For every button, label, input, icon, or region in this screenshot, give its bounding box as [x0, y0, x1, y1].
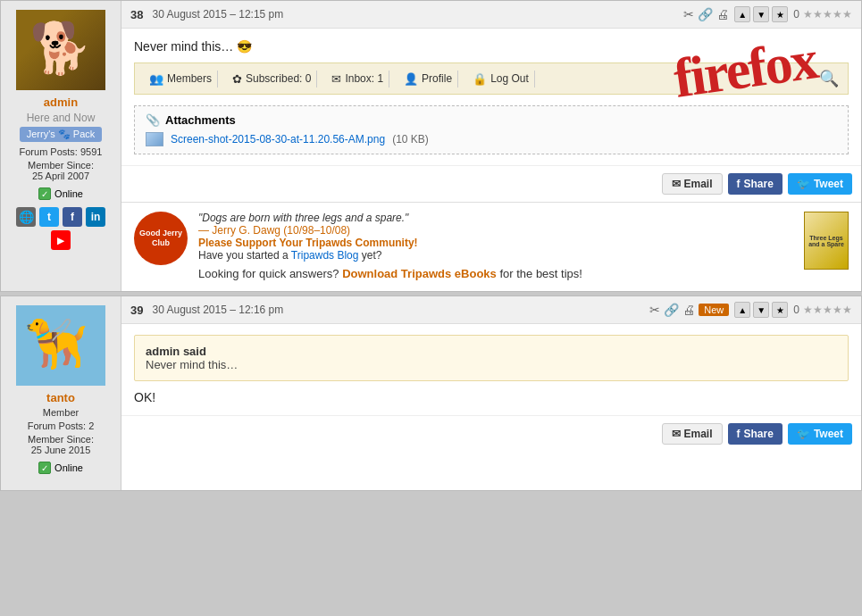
vote-down-icon-2[interactable]: ▼ — [753, 302, 769, 318]
user-subtitle: Here and Now — [27, 112, 96, 124]
user-badge: Jerry's 🐾 Pack — [20, 127, 103, 142]
post-number: 38 — [130, 8, 143, 21]
attachment-size: (10 KB) — [392, 133, 429, 146]
globe-icon[interactable]: 🌐 — [16, 207, 36, 227]
tools-icon-2[interactable]: ✂ — [649, 303, 660, 317]
post-1-header: 38 30 August 2015 – 12:15 pm ✂ 🔗 🖨 ▲ ▼ ★… — [121, 1, 861, 29]
community-quote: "Dogs are born with three legs and a spa… — [198, 212, 408, 224]
tweet-button[interactable]: 🐦 Tweet — [788, 173, 852, 195]
avatar — [16, 10, 105, 90]
post-1-body: Never mind this… 😎 👥 Members ✿ Subscribe… — [121, 29, 861, 165]
post-1-content: 38 30 August 2015 – 12:15 pm ✂ 🔗 🖨 ▲ ▼ ★… — [121, 1, 861, 291]
bottom-cta: Looking for quick answers? Download Trip… — [198, 262, 793, 282]
email-button[interactable]: ✉ Email — [662, 173, 723, 195]
attachments-title: 📎 Attachments — [146, 113, 837, 127]
facebook-btn-icon: f — [737, 178, 741, 190]
facebook-btn-icon-2: f — [737, 428, 741, 440]
post-number-2: 39 — [130, 304, 143, 317]
forum-posts-2: Forum Posts: 2 — [28, 420, 95, 431]
subscribed-nav[interactable]: ✿ Subscribed: 0 — [227, 71, 317, 87]
ebook-link[interactable]: Download Tripawds eBooks — [342, 267, 497, 280]
attachment-link[interactable]: Screen-shot-2015-08-30-at-11.20.56-AM.pn… — [171, 133, 385, 146]
share-bar-2: ✉ Email f Share 🐦 Tweet — [121, 415, 861, 452]
tools-icon[interactable]: ✂ — [683, 7, 694, 21]
members-nav[interactable]: 👥 Members — [144, 71, 218, 87]
post-actions: ✂ 🔗 🖨 — [683, 7, 729, 21]
community-banner: Good Jerry Club "Dogs are born with thre… — [121, 202, 861, 291]
quote-author: admin said — [146, 345, 837, 358]
post-2-content: 39 30 August 2015 – 12:16 pm ✂ 🔗 🖨 New ▲… — [121, 296, 861, 490]
online-check-icon: ✓ — [38, 187, 51, 200]
new-badge: New — [699, 304, 729, 316]
book-image: Three Legs and a Spare — [804, 212, 849, 270]
vote-up-icon-2[interactable]: ▲ — [734, 302, 750, 318]
quote-text: Never mind this… — [146, 358, 837, 371]
attachment-thumbnail — [146, 132, 163, 146]
facebook-share-button-2[interactable]: f Share — [728, 423, 782, 445]
lock-icon: 🔒 — [473, 72, 487, 86]
email-button-2[interactable]: ✉ Email — [662, 423, 723, 445]
post-2: tanto Member Forum Posts: 2 Member Since… — [0, 296, 862, 491]
quote-block: admin said Never mind this… — [134, 335, 849, 381]
star-rating: 0 ★★★★★ — [793, 8, 852, 21]
logout-nav[interactable]: 🔒 Log Out — [467, 71, 535, 87]
inbox-nav[interactable]: ✉ Inbox: 1 — [326, 71, 389, 87]
post-2-actions: ✂ 🔗 🖨 New — [649, 303, 729, 317]
community-author: — Jerry G. Dawg (10/98–10/08) — [198, 224, 350, 237]
reply-text: OK! — [134, 390, 849, 404]
twitter-icon[interactable]: t — [39, 207, 59, 227]
post-1-sidebar: admin Here and Now Jerry's 🐾 Pack Forum … — [1, 1, 121, 291]
post-body-text: Never mind this… 😎 — [134, 39, 849, 54]
vote-icons: ▲ ▼ ★ — [734, 6, 788, 22]
bookmark-icon-2[interactable]: ★ — [772, 302, 788, 318]
inbox-icon: ✉ — [331, 72, 341, 86]
link-icon[interactable]: 🔗 — [698, 7, 713, 21]
post-2-header: 39 30 August 2015 – 12:16 pm ✂ 🔗 🖨 New ▲… — [121, 296, 861, 324]
member-since-2: Member Since: 25 June 2015 — [28, 434, 94, 455]
subscribed-icon: ✿ — [232, 72, 242, 86]
blog-link[interactable]: Tripawds Blog — [291, 249, 359, 262]
member-since: Member Since: 25 April 2007 — [28, 160, 94, 181]
online-check-icon-2: ✓ — [38, 462, 51, 474]
post-1: admin Here and Now Jerry's 🐾 Pack Forum … — [0, 0, 862, 292]
email-icon-2: ✉ — [672, 428, 681, 440]
user-role-2: Member — [43, 407, 79, 418]
linkedin-icon[interactable]: in — [86, 207, 105, 227]
community-cta: Please Support Your Tripawds Community! — [198, 237, 418, 249]
social-links: 🌐 t f in ▶ — [10, 207, 112, 250]
community-text: "Dogs are born with three legs and a spa… — [198, 212, 793, 282]
twitter-btn-icon-2: 🐦 — [797, 428, 810, 440]
post-2-body: admin said Never mind this… OK! — [121, 324, 861, 415]
avatar-tanto — [16, 305, 105, 386]
online-status-2: ✓ Online — [38, 462, 83, 474]
tweet-button-2[interactable]: 🐦 Tweet — [788, 423, 852, 445]
vote-up-icon[interactable]: ▲ — [734, 6, 750, 22]
search-icon[interactable]: 🔍 — [819, 69, 839, 88]
profile-icon: 👤 — [404, 72, 418, 86]
attachment-item: Screen-shot-2015-08-30-at-11.20.56-AM.pn… — [146, 132, 837, 146]
username: admin — [44, 96, 78, 109]
facebook-share-button[interactable]: f Share — [728, 173, 782, 195]
print-icon-2[interactable]: 🖨 — [682, 303, 695, 317]
bookmark-icon[interactable]: ★ — [772, 6, 788, 22]
members-icon: 👥 — [149, 72, 163, 86]
username-2: tanto — [46, 391, 75, 404]
post-date: 30 August 2015 – 12:15 pm — [152, 8, 678, 21]
share-bar-1: ✉ Email f Share 🐦 Tweet — [121, 165, 861, 202]
forum-posts-label: Forum Posts: 9591 — [20, 146, 103, 157]
vote-down-icon[interactable]: ▼ — [753, 6, 769, 22]
paperclip-icon: 📎 — [146, 113, 160, 127]
youtube-icon[interactable]: ▶ — [51, 230, 71, 250]
twitter-btn-icon: 🐦 — [797, 178, 810, 190]
post-date-2: 30 August 2015 – 12:16 pm — [152, 304, 644, 316]
link-icon-2[interactable]: 🔗 — [664, 303, 679, 317]
nav-bar: 👥 Members ✿ Subscribed: 0 ✉ Inbox: 1 👤 P… — [134, 62, 849, 95]
attachments-section: 📎 Attachments Screen-shot-2015-08-30-at-… — [134, 105, 849, 154]
online-status: ✓ Online — [38, 187, 83, 200]
club-logo: Good Jerry Club — [134, 212, 188, 265]
print-icon[interactable]: 🖨 — [716, 7, 729, 21]
profile-nav[interactable]: 👤 Profile — [398, 71, 458, 87]
facebook-icon[interactable]: f — [63, 207, 82, 227]
vote-icons-2: ▲ ▼ ★ — [734, 302, 788, 318]
star-rating-2: 0 ★★★★★ — [793, 304, 852, 316]
